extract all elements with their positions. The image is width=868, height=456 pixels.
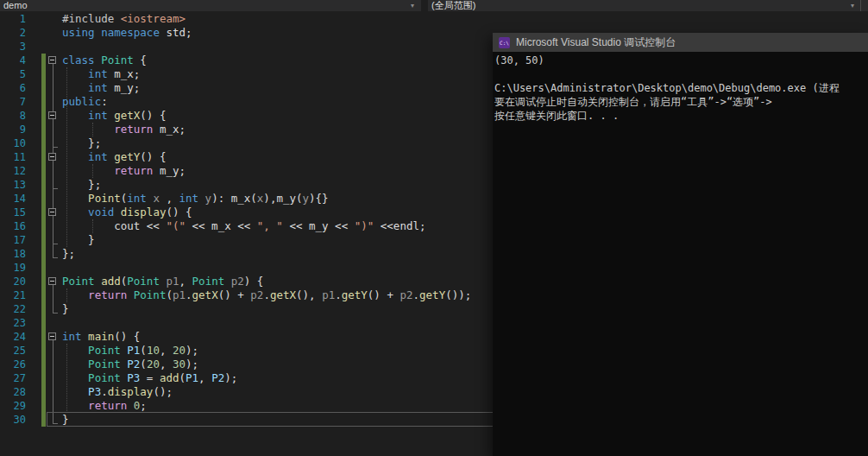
code-text: Point P3 = add(P1, P2); [62, 371, 237, 385]
fold-region-bracket [53, 285, 58, 314]
navbar-edge-divider [860, 0, 861, 11]
visual-studio-window: demo ▾ (全局范围) ▾ 1#include <iostream>2usi… [0, 0, 868, 456]
change-tracking-bar [41, 81, 46, 95]
debug-console-window: C:\ Microsoft Visual Studio 调试控制台 (30, 5… [493, 33, 868, 456]
code-text: }; [62, 178, 101, 192]
line-number: 17 [0, 233, 26, 247]
line-number: 5 [0, 67, 26, 81]
change-tracking-bar [41, 219, 46, 233]
change-tracking-bar [41, 275, 46, 288]
console-line: C:\Users\Administrator\Desktop\demo\Debu… [494, 81, 868, 95]
current-line-highlight [47, 412, 494, 427]
line-number: 23 [0, 316, 26, 330]
line-number: 4 [0, 54, 26, 67]
line-number: 20 [0, 275, 26, 288]
line-number: 26 [0, 358, 26, 371]
code-text: P3.display(); [62, 385, 173, 399]
line-number: 13 [0, 178, 26, 192]
line-number: 30 [0, 413, 26, 427]
code-text: class Point { [62, 54, 147, 67]
change-tracking-bar [41, 330, 46, 344]
change-tracking-bar [41, 164, 46, 178]
fold-region-bracket [53, 216, 58, 244]
console-line: 要在调试停止时自动关闭控制台，请启用“工具”->“选项”-> [494, 95, 868, 109]
code-text: return 0; [62, 399, 147, 413]
code-text: void display() { [62, 206, 192, 219]
change-tracking-bar [41, 95, 46, 109]
change-tracking-bar [41, 67, 46, 81]
change-tracking-bar [41, 233, 46, 247]
change-tracking-bar [41, 316, 46, 330]
line-number: 16 [0, 219, 26, 233]
code-text: return Point(p1.getX() + p2.getX(), p1.g… [62, 288, 471, 302]
chevron-down-icon[interactable]: ▾ [411, 2, 414, 10]
projects-dropdown-label: demo [3, 0, 28, 11]
fold-collapse-icon[interactable] [48, 208, 56, 216]
change-tracking-bar [41, 247, 46, 261]
code-text: }; [62, 136, 101, 150]
change-tracking-bar [41, 206, 46, 219]
fold-region-bracket [53, 161, 58, 189]
line-number: 21 [0, 288, 26, 302]
line-number: 14 [0, 192, 26, 206]
line-number: 25 [0, 344, 26, 358]
line-number: 24 [0, 330, 26, 344]
code-text: return m_y; [62, 164, 186, 178]
console-titlebar[interactable]: C:\ Microsoft Visual Studio 调试控制台 [493, 33, 868, 52]
change-tracking-bar [41, 288, 46, 302]
change-tracking-bar [41, 109, 46, 123]
console-line [494, 67, 868, 81]
fold-collapse-icon[interactable] [48, 153, 56, 161]
code-text: Point P2(20, 30); [62, 358, 198, 371]
console-output[interactable]: (30, 50) C:\Users\Administrator\Desktop\… [493, 52, 868, 456]
projects-dropdown[interactable]: demo ▾ [0, 0, 421, 11]
code-line[interactable]: 1#include <iostream> [0, 12, 868, 26]
code-text: int getY() { [62, 150, 166, 164]
code-text: #include <iostream> [62, 12, 186, 26]
line-number: 15 [0, 206, 26, 219]
change-tracking-bar [41, 413, 46, 427]
line-number: 7 [0, 95, 26, 109]
line-number: 18 [0, 247, 26, 261]
fold-collapse-icon[interactable] [48, 56, 56, 64]
line-number: 3 [0, 40, 26, 54]
line-number: 12 [0, 164, 26, 178]
line-number: 22 [0, 302, 26, 316]
line-number: 19 [0, 261, 26, 275]
code-text: Point(int x , int y): m_x(x),m_y(y){} [62, 192, 329, 206]
code-text: public: [62, 95, 108, 109]
code-text: } [62, 302, 69, 316]
console-title: Microsoft Visual Studio 调试控制台 [516, 35, 676, 50]
change-tracking-bar [41, 344, 46, 358]
code-text: int getX() { [62, 109, 166, 123]
code-text: using namespace std; [62, 26, 192, 40]
console-icon: C:\ [499, 37, 510, 48]
change-tracking-bar [41, 261, 46, 275]
line-number: 10 [0, 136, 26, 150]
code-text: return m_x; [62, 123, 186, 136]
code-text: int main() { [62, 330, 140, 344]
code-text: Point add(Point p1, Point p2) { [62, 275, 263, 288]
line-number: 6 [0, 81, 26, 95]
line-number: 27 [0, 371, 26, 385]
change-tracking-bar [41, 302, 46, 316]
change-tracking-bar [41, 136, 46, 150]
line-number: 1 [0, 12, 26, 26]
line-number: 11 [0, 150, 26, 164]
change-tracking-bar [41, 385, 46, 399]
console-line: (30, 50) [494, 54, 868, 67]
code-text: }; [62, 247, 75, 261]
fold-collapse-icon[interactable] [48, 332, 56, 340]
change-tracking-bar [41, 178, 46, 192]
fold-collapse-icon[interactable] [48, 111, 56, 119]
change-tracking-bar [41, 399, 46, 413]
scope-dropdown[interactable]: (全局范围) ▾ [428, 0, 868, 11]
change-tracking-bar [41, 123, 46, 136]
line-number: 28 [0, 385, 26, 399]
fold-collapse-icon[interactable] [48, 277, 56, 285]
change-tracking-bar [41, 54, 46, 67]
chevron-down-icon[interactable]: ▾ [851, 2, 854, 10]
code-text: cout << "(" << m_x << ", " << m_y << ")"… [62, 219, 426, 233]
change-tracking-bar [41, 150, 46, 164]
code-text: int m_y; [62, 81, 140, 95]
